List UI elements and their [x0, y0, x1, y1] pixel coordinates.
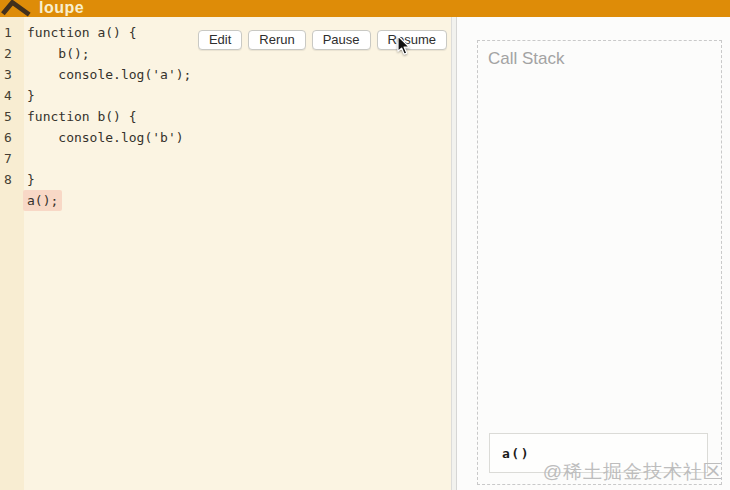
- code-line: 4}: [0, 85, 457, 106]
- code-editor[interactable]: 1function a() {2 b();3 console.log('a');…: [0, 17, 457, 490]
- line-number: 1: [0, 22, 27, 43]
- line-number: 6: [0, 127, 27, 148]
- call-stack-title: Call Stack: [488, 49, 721, 69]
- code-line: 8}: [0, 169, 457, 190]
- app-title: loupe: [39, 0, 84, 16]
- call-stack-frames: a(): [489, 433, 708, 473]
- line-number: 2: [0, 43, 27, 64]
- code-text: console.log('b'): [27, 127, 184, 148]
- line-number: 8: [0, 169, 27, 190]
- loupe-logo-icon: [1, 0, 33, 17]
- line-number: 4: [0, 85, 27, 106]
- line-number: 3: [0, 64, 27, 85]
- line-number: 7: [0, 148, 27, 169]
- line-number: 5: [0, 106, 27, 127]
- visualizer-panel: Call Stack a() @稀土掘金技术社区: [457, 17, 730, 490]
- code-line: 3 console.log('a');: [0, 64, 457, 85]
- code-line: 7: [0, 148, 457, 169]
- pause-button[interactable]: Pause: [312, 30, 371, 50]
- call-stack-panel: Call Stack a(): [477, 40, 722, 485]
- resume-button[interactable]: Resume: [377, 30, 447, 50]
- code-text: function b() {: [27, 106, 137, 127]
- code-text: }: [27, 85, 35, 106]
- code-text: function a() {: [27, 22, 137, 43]
- editor-toolbar: EditRerunPauseResume: [198, 30, 447, 50]
- rerun-button[interactable]: Rerun: [248, 30, 305, 50]
- stack-frame: a(): [489, 433, 708, 473]
- code-line: 6 console.log('b'): [0, 127, 457, 148]
- line-number: [0, 190, 27, 211]
- code-line: 5function b() {: [0, 106, 457, 127]
- edit-button[interactable]: Edit: [198, 30, 242, 50]
- code-text: }: [27, 169, 35, 190]
- code-text: console.log('a');: [27, 64, 191, 85]
- main-area: 1function a() {2 b();3 console.log('a');…: [0, 17, 730, 490]
- app-header: loupe: [0, 0, 730, 17]
- code-line: a();: [0, 190, 457, 211]
- code-text: b();: [27, 43, 90, 64]
- code-text-highlighted: a();: [23, 190, 62, 211]
